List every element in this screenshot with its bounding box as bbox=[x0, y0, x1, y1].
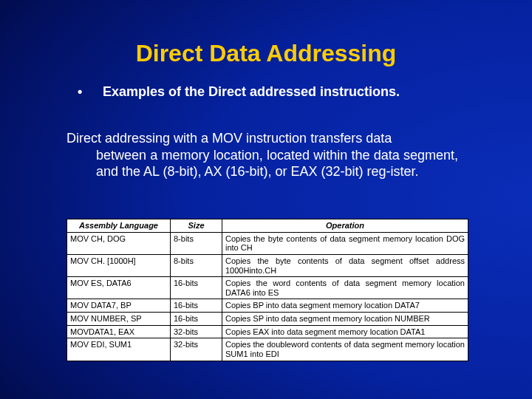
cell-asm: MOV CH. [1000H] bbox=[67, 254, 171, 276]
cell-size: 8-bits bbox=[171, 232, 222, 254]
bullet-line: • Examples of the Direct addressed instr… bbox=[78, 84, 462, 100]
cell-asm: MOV CH, DOG bbox=[67, 232, 171, 254]
col-header-asm: Assembly Language bbox=[67, 219, 171, 233]
table-row: MOV NUMBER, SP 16-bits Copies SP into da… bbox=[67, 313, 468, 326]
table-row: MOV ES, DATA6 16-bits Copies the word co… bbox=[67, 277, 468, 299]
table-row: MOV DATA7, BP 16-bits Copies BP into dat… bbox=[67, 299, 468, 313]
col-header-op: Operation bbox=[222, 219, 468, 233]
cell-asm: MOVDATA1, EAX bbox=[67, 325, 171, 338]
cell-size: 32-bits bbox=[171, 325, 222, 338]
cell-size: 16-bits bbox=[171, 299, 222, 313]
cell-size: 32-bits bbox=[171, 338, 222, 361]
cell-size: 16-bits bbox=[171, 277, 222, 299]
instruction-table-wrap: Assembly Language Size Operation MOV CH,… bbox=[66, 219, 468, 361]
cell-op: Copies the doubleword contents of data s… bbox=[222, 338, 468, 361]
slide: Direct Data Addressing • Examples of the… bbox=[0, 0, 532, 399]
cell-asm: MOV NUMBER, SP bbox=[67, 313, 171, 326]
bullet-text: Examples of the Direct addressed instruc… bbox=[103, 84, 400, 100]
table-header-row: Assembly Language Size Operation bbox=[67, 219, 468, 233]
table-row: MOV EDI, SUM1 32-bits Copies the doublew… bbox=[67, 338, 468, 361]
cell-op: Copies EAX into data segment memory loca… bbox=[222, 325, 468, 338]
cell-op: Copies the byte contents of data segment… bbox=[222, 232, 468, 254]
cell-op: Copies SP into data segment memory locat… bbox=[222, 313, 468, 326]
cell-size: 8-bits bbox=[171, 254, 222, 276]
table-row: MOV CH. [1000H] 8-bits Copies the byte c… bbox=[67, 254, 468, 276]
table-row: MOVDATA1, EAX 32-bits Copies EAX into da… bbox=[67, 325, 468, 338]
body-line-1: Direct addressing with a MOV instruction… bbox=[66, 131, 392, 146]
cell-size: 16-bits bbox=[171, 313, 222, 326]
bullet-marker: • bbox=[78, 84, 103, 100]
cell-asm: MOV DATA7, BP bbox=[67, 299, 171, 313]
cell-op: Copies the word contents of data segment… bbox=[222, 277, 468, 299]
body-paragraph: Direct addressing with a MOV instruction… bbox=[66, 130, 458, 180]
cell-asm: MOV EDI, SUM1 bbox=[67, 338, 171, 361]
slide-title: Direct Data Addressing bbox=[0, 40, 532, 67]
col-header-size: Size bbox=[171, 219, 222, 233]
instruction-table: Assembly Language Size Operation MOV CH,… bbox=[66, 219, 468, 361]
cell-op: Copies the byte contents of data segment… bbox=[222, 254, 468, 276]
cell-asm: MOV ES, DATA6 bbox=[67, 277, 171, 299]
body-rest: between a memory location, located withi… bbox=[66, 147, 458, 180]
cell-op: Copies BP into data segment memory locat… bbox=[222, 299, 468, 313]
table-row: MOV CH, DOG 8-bits Copies the byte conte… bbox=[67, 232, 468, 254]
